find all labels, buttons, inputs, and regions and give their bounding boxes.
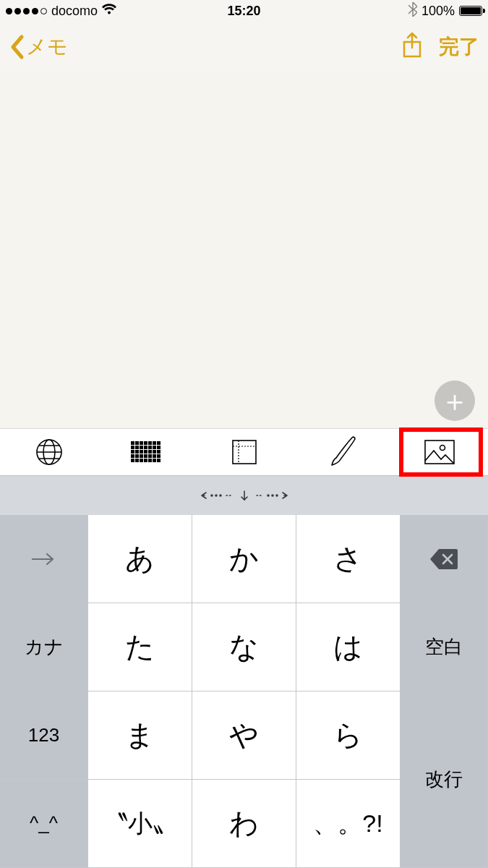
svg-rect-29 xyxy=(153,454,156,458)
arrow-right-icon xyxy=(30,552,59,566)
grid-icon xyxy=(131,441,163,463)
clock: 15:20 xyxy=(227,4,260,19)
svg-rect-38 xyxy=(233,441,256,464)
svg-point-43 xyxy=(220,495,221,496)
annotation-highlight xyxy=(399,427,483,477)
svg-rect-17 xyxy=(131,450,134,454)
battery-icon xyxy=(459,6,482,16)
plus-icon: ＋ xyxy=(440,386,469,415)
svg-rect-4 xyxy=(135,441,139,445)
globe-icon xyxy=(35,438,64,467)
key-return[interactable]: 改行 xyxy=(401,692,488,868)
key-ra[interactable]: ら xyxy=(296,692,401,780)
svg-rect-35 xyxy=(148,459,152,462)
svg-rect-30 xyxy=(157,454,160,458)
backspace-icon xyxy=(429,548,459,571)
svg-rect-11 xyxy=(135,446,139,449)
note-canvas[interactable]: ＋ xyxy=(0,72,488,428)
svg-rect-20 xyxy=(144,450,147,454)
toolbar-paper[interactable] xyxy=(195,429,293,475)
svg-rect-15 xyxy=(153,446,156,449)
format-toolbar xyxy=(0,428,488,476)
key-a[interactable]: あ xyxy=(88,515,192,603)
svg-point-44 xyxy=(267,495,269,496)
svg-rect-31 xyxy=(131,459,134,462)
signal-dots-icon xyxy=(6,8,47,14)
toolbar-grid[interactable] xyxy=(98,429,195,475)
svg-rect-37 xyxy=(157,459,160,462)
svg-rect-13 xyxy=(144,446,147,449)
back-label: メモ xyxy=(26,33,68,61)
key-modifier[interactable]: 〝小〟 xyxy=(88,780,192,868)
brush-icon xyxy=(328,436,356,468)
share-icon xyxy=(401,32,423,59)
key-ka[interactable]: か xyxy=(192,515,296,603)
toolbar-globe[interactable] xyxy=(0,429,98,475)
add-button[interactable]: ＋ xyxy=(435,380,475,421)
svg-rect-36 xyxy=(153,459,156,462)
key-ta[interactable]: た xyxy=(88,603,192,692)
svg-point-45 xyxy=(272,495,273,496)
svg-rect-8 xyxy=(153,441,156,445)
done-button[interactable]: 完了 xyxy=(439,33,479,61)
key-punct[interactable]: 、。?! xyxy=(296,780,401,868)
key-123[interactable]: 123 xyxy=(0,692,88,780)
key-emoji[interactable]: ^_^ xyxy=(0,780,88,868)
svg-rect-21 xyxy=(148,450,152,454)
svg-rect-5 xyxy=(140,441,143,445)
key-wa[interactable]: わ xyxy=(192,780,296,868)
keyboard: あ か さ カナ た な は 空白 123 ま や ら 改行 ^_^ 〝小〟 わ… xyxy=(0,476,488,868)
svg-rect-25 xyxy=(135,454,139,458)
svg-rect-3 xyxy=(131,441,134,445)
cursor-arrows-icon xyxy=(197,488,291,503)
key-kana-toggle[interactable]: カナ xyxy=(0,603,88,692)
svg-rect-26 xyxy=(140,454,143,458)
svg-rect-33 xyxy=(140,459,143,462)
svg-rect-9 xyxy=(157,441,160,445)
toolbar-brush[interactable] xyxy=(293,429,390,475)
share-button[interactable] xyxy=(401,32,423,62)
back-button[interactable]: メモ xyxy=(9,33,68,61)
chevron-left-icon xyxy=(9,34,25,60)
svg-rect-28 xyxy=(148,454,152,458)
svg-point-46 xyxy=(276,495,278,496)
svg-rect-18 xyxy=(135,450,139,454)
key-sa[interactable]: さ xyxy=(296,515,401,603)
svg-rect-12 xyxy=(140,446,143,449)
svg-rect-16 xyxy=(157,446,160,449)
key-ya[interactable]: や xyxy=(192,692,296,780)
key-ma[interactable]: ま xyxy=(88,692,192,780)
svg-point-42 xyxy=(215,495,217,496)
svg-point-41 xyxy=(211,495,213,496)
svg-rect-32 xyxy=(135,459,139,462)
key-na[interactable]: な xyxy=(192,603,296,692)
key-space[interactable]: 空白 xyxy=(401,603,488,692)
bluetooth-icon xyxy=(408,2,417,20)
svg-rect-34 xyxy=(144,459,147,462)
wifi-icon xyxy=(102,4,116,19)
key-next-candidate[interactable] xyxy=(0,515,88,603)
key-backspace[interactable] xyxy=(401,515,488,603)
carrier-label: docomo xyxy=(51,4,98,19)
svg-rect-24 xyxy=(131,454,134,458)
svg-rect-6 xyxy=(144,441,147,445)
svg-rect-19 xyxy=(140,450,143,454)
nav-bar: メモ 完了 xyxy=(0,22,488,72)
status-bar: docomo 15:20 100% xyxy=(0,0,488,22)
svg-rect-7 xyxy=(148,441,152,445)
svg-rect-22 xyxy=(153,450,156,454)
svg-rect-23 xyxy=(157,450,160,454)
paper-icon xyxy=(230,438,259,467)
battery-pct: 100% xyxy=(421,4,455,19)
svg-rect-14 xyxy=(148,446,152,449)
svg-rect-10 xyxy=(131,446,134,449)
svg-rect-27 xyxy=(144,454,147,458)
key-ha[interactable]: は xyxy=(296,603,401,692)
keyboard-cursor-handle[interactable] xyxy=(0,476,488,515)
